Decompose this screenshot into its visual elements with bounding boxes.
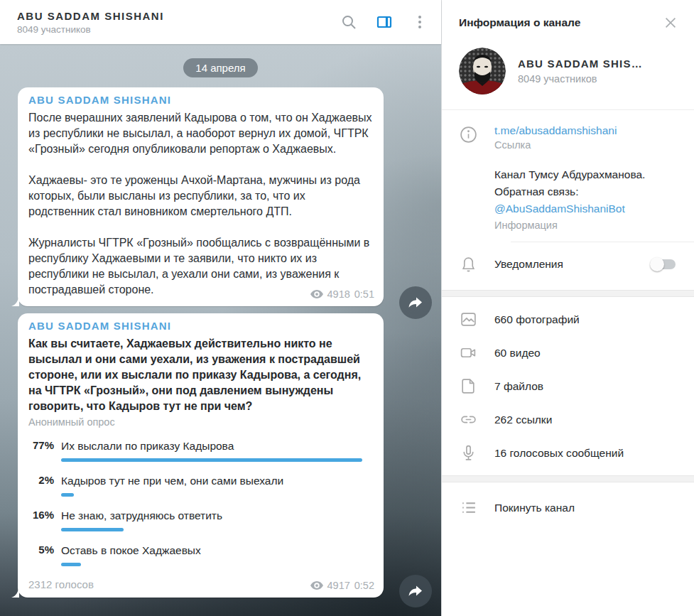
section-separator [442,475,694,482]
poll-type-label: Анонимный опрос [28,416,374,428]
channel-avatar[interactable] [459,48,506,94]
microphone-icon [442,444,494,462]
share-arrow-icon [407,294,424,311]
search-icon[interactable] [340,13,357,31]
poll-option[interactable]: 16% Не знаю, затрудняюсь ответить [28,509,374,531]
poll-option[interactable]: 77% Их выслали по приказу Кадырова [28,439,374,462]
channel-title: ABU SADDAM SHISHANI [17,10,340,22]
channel-description: Канал Тумсу Абдурахманова. Обратная связ… [494,166,678,217]
message-bubble[interactable]: ABU SADDAM SHISHANI После вчерашних заяв… [18,87,384,306]
message-time: 0:52 [354,580,374,591]
leave-channel-row[interactable]: Покинуть канал [442,491,694,524]
link-caption: Ссылка [494,139,678,151]
poll-result-bar [61,563,81,566]
link-icon [442,411,494,428]
poll-question: Как вы считаете, Хаджаевых действительно… [28,336,374,414]
poll-result-bar [61,458,362,462]
message-time: 0:51 [354,288,374,300]
share-button[interactable] [399,286,432,319]
channel-info-panel: Информация о канале [441,0,694,616]
panel-channel-name: ABU SADDAM SHIS… [518,58,643,70]
poll-message-bubble[interactable]: ABU SADDAM SHISHANI Как вы считаете, Хад… [18,313,384,598]
info-icon [442,124,494,231]
notifications-label: Уведомления [494,258,652,271]
message-sender-name[interactable]: ABU SADDAM SHISHANI [28,320,374,332]
section-separator [442,290,694,297]
shared-links-row[interactable]: 262 ссылки [442,403,694,436]
chat-header: ABU SADDAM SHISHANI 8049 участников [0,0,441,44]
poll-option[interactable]: 2% Кадыров тут не при чем, они сами выех… [28,474,374,497]
panel-title: Информация о канале [459,16,580,29]
channel-members-count: 8049 участников [17,24,340,35]
poll-votes-count: 2312 голосов [28,578,94,590]
chat-column: ABU SADDAM SHISHANI 8049 участников 14 а… [0,0,441,616]
description-caption: Информация [494,220,678,231]
photo-icon [442,310,494,328]
shared-photos-row[interactable]: 660 фотографий [442,303,694,336]
poll-result-bar [61,493,74,497]
views-eye-icon [310,581,323,590]
leave-channel-label: Покинуть канал [494,502,575,514]
poll-option[interactable]: 5% Оставь в покое Хаджаевых [28,544,374,566]
shared-videos-row[interactable]: 60 видео [442,336,694,369]
shared-files-row[interactable]: 7 файлов [442,369,694,403]
toggle-info-panel-icon[interactable] [376,13,393,31]
message-views: 4918 [327,288,350,300]
close-icon[interactable] [663,15,678,31]
poll-options: 77% Их выслали по приказу Кадырова 2% Ка… [28,439,374,566]
file-icon [442,377,494,395]
share-button[interactable] [399,575,432,607]
share-arrow-icon [407,583,424,600]
panel-members-count: 8049 участников [518,73,643,85]
list-icon [442,499,494,517]
views-eye-icon [310,290,323,298]
channel-profile[interactable]: ABU SADDAM SHIS… 8049 участников [442,40,694,109]
bell-icon [442,254,494,274]
notifications-toggle[interactable] [652,259,676,269]
message-text: После вчерашних заявлений Кадырова о том… [28,110,374,298]
video-icon [442,344,494,362]
chat-message-area: 14 апреля ABU SADDAM SHISHANI После вчер… [0,44,441,616]
chat-header-titles[interactable]: ABU SADDAM SHISHANI 8049 участников [17,10,340,35]
shared-voice-messages-row[interactable]: 16 голосовых сообщений [442,436,694,470]
message-views: 4917 [327,580,350,591]
message-meta: 4918 0:51 [310,288,375,300]
message-sender-name[interactable]: ABU SADDAM SHISHANI [28,94,374,106]
menu-kebab-icon[interactable] [411,13,428,31]
channel-link[interactable]: t.me/abusaddamshishani [494,124,678,137]
notifications-row[interactable]: Уведомления [442,242,694,286]
message-meta: 4917 0:52 [310,580,375,591]
date-badge[interactable]: 14 апреля [183,58,257,77]
poll-result-bar [61,528,124,531]
bot-mention-link[interactable]: @AbuSaddamShishaniBot [494,200,678,217]
